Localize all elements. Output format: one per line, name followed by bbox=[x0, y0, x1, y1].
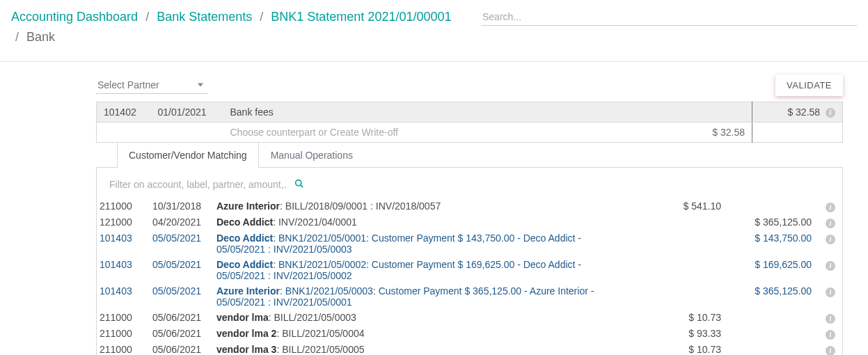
row-date: 05/05/2021 bbox=[145, 283, 210, 310]
partner-select[interactable] bbox=[96, 77, 207, 94]
filter-row bbox=[97, 176, 842, 198]
table-row[interactable]: 10140305/05/2021Deco Addict: BNK1/2021/0… bbox=[97, 257, 842, 283]
table-row[interactable]: 12100004/20/2021Deco Addict: INV/2021/04… bbox=[97, 214, 842, 230]
stline-amt-left bbox=[705, 102, 752, 122]
row-info: i bbox=[819, 230, 842, 257]
info-icon[interactable]: i bbox=[826, 219, 835, 228]
table-row[interactable]: 10140305/05/2021Azure Interior: BNK1/202… bbox=[97, 283, 842, 310]
statement-line-table: 101402 01/01/2021 Bank fees $ 32.58 i Ch… bbox=[96, 102, 843, 143]
statement-line[interactable]: 101402 01/01/2021 Bank fees $ 32.58 i bbox=[97, 102, 843, 122]
row-description: vendor lma: BILL/2021/05/0003 bbox=[210, 310, 610, 326]
tabs: Customer/Vendor Matching Manual Operatio… bbox=[96, 142, 843, 168]
breadcrumb-sep: / bbox=[255, 10, 267, 24]
main-content: VALIDATE 101402 01/01/2021 Bank fees $ 3… bbox=[0, 62, 868, 355]
partner-select-wrap[interactable] bbox=[96, 77, 207, 94]
row-date: 05/05/2021 bbox=[145, 230, 210, 257]
info-icon[interactable]: i bbox=[826, 108, 835, 118]
row-date: 10/31/2018 bbox=[145, 198, 210, 214]
match-table: 21100010/31/2018Azure Interior: BILL/201… bbox=[97, 198, 842, 355]
row-amount-col1 bbox=[610, 214, 728, 230]
row-description: Azure Interior: BNK1/2021/05/0003: Custo… bbox=[210, 283, 610, 310]
row-info: i bbox=[819, 214, 842, 230]
row-info: i bbox=[819, 283, 842, 310]
breadcrumb-link-statement[interactable]: BNK1 Statement 2021/01/00001 bbox=[271, 10, 451, 24]
row-info: i bbox=[819, 310, 842, 326]
table-row[interactable]: 21100010/31/2018Azure Interior: BILL/201… bbox=[97, 198, 842, 214]
row-amount-col2: $ 365,125.00 bbox=[728, 214, 819, 230]
row-account: 101403 bbox=[97, 283, 145, 310]
row-description: Deco Addict: INV/2021/04/0001 bbox=[210, 214, 610, 230]
row-description: vendor lma 2: BILL/2021/05/0004 bbox=[210, 326, 610, 342]
row-account: 211000 bbox=[97, 198, 145, 214]
row-description: Deco Addict: BNK1/2021/05/0002: Customer… bbox=[210, 257, 610, 283]
breadcrumb-link-dashboard[interactable]: Accounting Dashboard bbox=[11, 10, 138, 24]
row-account: 211000 bbox=[97, 310, 145, 326]
row-date: 04/20/2021 bbox=[145, 214, 210, 230]
table-row[interactable]: 21100005/06/2021vendor lma 3: BILL/2021/… bbox=[97, 342, 842, 355]
row-amount-col1: $ 93.33 bbox=[610, 326, 728, 342]
info-icon[interactable]: i bbox=[826, 235, 835, 244]
row-date: 05/06/2021 bbox=[145, 342, 210, 355]
stline-account: 101402 bbox=[97, 102, 151, 122]
info-icon[interactable]: i bbox=[826, 346, 835, 355]
row-amount-col1: $ 10.73 bbox=[610, 342, 728, 355]
row-amount-col1 bbox=[610, 283, 728, 310]
chevron-down-icon bbox=[198, 84, 203, 87]
row-amount-col2: $ 169,625.00 bbox=[728, 257, 819, 283]
row-amount-col2: $ 365,125.00 bbox=[728, 283, 819, 310]
info-icon[interactable]: i bbox=[826, 330, 835, 340]
row-info: i bbox=[819, 326, 842, 342]
row-info: i bbox=[819, 198, 842, 214]
table-row[interactable]: 21100005/06/2021vendor lma 2: BILL/2021/… bbox=[97, 326, 842, 342]
row-amount-col2 bbox=[728, 198, 819, 214]
row-info: i bbox=[819, 342, 842, 355]
row-account: 101403 bbox=[97, 257, 145, 283]
breadcrumb-sep: / bbox=[141, 10, 153, 24]
svg-line-1 bbox=[301, 185, 303, 187]
breadcrumb: Accounting Dashboard / Bank Statements /… bbox=[11, 7, 453, 47]
header-bar: Accounting Dashboard / Bank Statements /… bbox=[0, 0, 868, 62]
stline-amount: $ 32.58 i bbox=[752, 102, 843, 122]
tab-manual[interactable]: Manual Operations bbox=[259, 142, 365, 168]
row-description: vendor lma 3: BILL/2021/05/0005 bbox=[210, 342, 610, 355]
info-icon[interactable]: i bbox=[826, 314, 835, 324]
row-account: 211000 bbox=[97, 326, 145, 342]
filter-input[interactable] bbox=[108, 176, 289, 193]
row-date: 05/05/2021 bbox=[145, 257, 210, 283]
row-amount-col1: $ 10.73 bbox=[610, 310, 728, 326]
top-controls: VALIDATE bbox=[96, 74, 843, 96]
row-amount-col1: $ 541.10 bbox=[610, 198, 728, 214]
info-icon[interactable]: i bbox=[826, 287, 835, 297]
stline-date: 01/01/2021 bbox=[151, 102, 223, 122]
stline-label: Bank fees bbox=[223, 102, 706, 122]
row-account: 101403 bbox=[97, 230, 145, 257]
row-description: Azure Interior: BILL/2018/09/0001 : INV/… bbox=[210, 198, 610, 214]
row-amount-col1 bbox=[610, 257, 728, 283]
breadcrumb-link-statements[interactable]: Bank Statements bbox=[157, 10, 252, 24]
counterpart-amount: $ 32.58 bbox=[705, 122, 752, 142]
row-amount-col2 bbox=[728, 326, 819, 342]
row-info: i bbox=[819, 257, 842, 283]
info-icon[interactable]: i bbox=[826, 261, 835, 271]
validate-button[interactable]: VALIDATE bbox=[775, 74, 843, 96]
row-amount-col2: $ 143,750.00 bbox=[728, 230, 819, 257]
row-account: 121000 bbox=[97, 214, 145, 230]
search-input[interactable] bbox=[481, 8, 857, 26]
row-description: Deco Addict: BNK1/2021/05/0001: Customer… bbox=[210, 230, 610, 257]
table-row[interactable]: 21100005/06/2021vendor lma: BILL/2021/05… bbox=[97, 310, 842, 326]
row-date: 05/06/2021 bbox=[145, 310, 210, 326]
row-account: 211000 bbox=[97, 342, 145, 355]
counterpart-hint: Choose counterpart or Create Write-off bbox=[223, 122, 706, 142]
matching-panel: 21100010/31/2018Azure Interior: BILL/201… bbox=[96, 168, 843, 355]
table-row[interactable]: 10140305/05/2021Deco Addict: BNK1/2021/0… bbox=[97, 230, 842, 257]
breadcrumb-sep: / bbox=[11, 30, 23, 44]
svg-point-0 bbox=[296, 180, 301, 186]
search-icon[interactable] bbox=[294, 179, 303, 190]
counterpart-line[interactable]: Choose counterpart or Create Write-off $… bbox=[97, 122, 843, 142]
row-amount-col2 bbox=[728, 310, 819, 326]
tab-matching[interactable]: Customer/Vendor Matching bbox=[117, 142, 259, 168]
row-amount-col1 bbox=[610, 230, 728, 257]
info-icon[interactable]: i bbox=[826, 203, 835, 212]
row-date: 05/06/2021 bbox=[145, 326, 210, 342]
search-container bbox=[481, 8, 857, 26]
